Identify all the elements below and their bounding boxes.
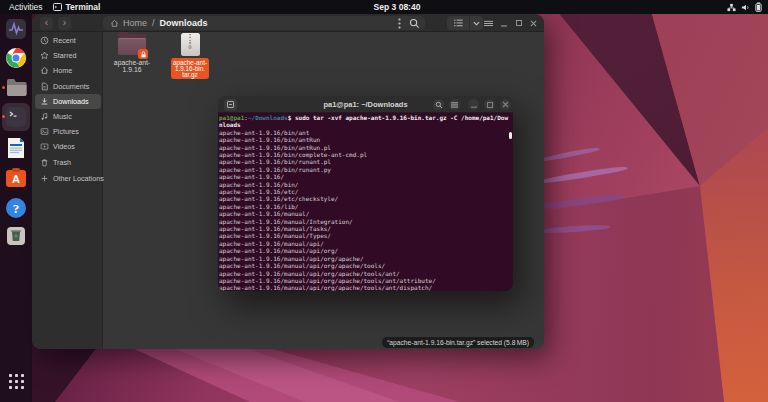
path-options-button[interactable]	[398, 16, 401, 30]
sidebar-item-other-locations[interactable]: Other Locations	[35, 171, 101, 186]
minimize-icon	[471, 102, 477, 108]
system-tray[interactable]	[727, 2, 762, 12]
wallpaper-grass-blade	[536, 164, 628, 186]
help-icon: ?	[4, 196, 28, 220]
back-button[interactable]: ‹	[40, 17, 53, 30]
path-bar[interactable]: Home / Downloads	[103, 16, 425, 30]
sidebar-item-music[interactable]: Music	[35, 109, 101, 124]
dock-item-libreoffice-writer[interactable]	[4, 136, 28, 160]
videos-icon	[40, 142, 49, 151]
sidebar-item-pictures[interactable]: Pictures	[35, 124, 101, 139]
forward-button[interactable]: ›	[58, 17, 71, 30]
close-icon	[530, 20, 537, 27]
list-view-icon	[454, 19, 463, 27]
terminal-wrapped-command: nloads	[219, 121, 513, 128]
terminal-icon	[4, 105, 28, 129]
window-menu-button[interactable]	[480, 16, 496, 30]
maximize-icon	[516, 20, 522, 26]
terminal-window: pa1@pa1: ~/Downloads pa1@pa1:~/Downloads…	[218, 96, 513, 291]
trash-icon	[4, 224, 28, 248]
view-toggle-button[interactable]	[447, 16, 469, 30]
breadcrumb-separator: /	[152, 18, 155, 28]
kebab-menu-icon	[398, 18, 401, 29]
activities-button[interactable]: Activities	[9, 2, 43, 12]
music-icon	[40, 112, 49, 121]
home-icon	[40, 66, 49, 75]
maximize-button[interactable]	[513, 18, 524, 29]
files-sidebar: Recent Starred Home Documents Downloads …	[32, 32, 103, 349]
battery-icon	[755, 2, 762, 12]
sidebar-item-trash[interactable]: Trash	[35, 155, 101, 170]
terminal-menu-button[interactable]	[449, 99, 460, 110]
sidebar-item-downloads[interactable]: Downloads	[35, 94, 101, 109]
search-button[interactable]	[409, 18, 420, 29]
breadcrumb-current[interactable]: Downloads	[160, 18, 208, 28]
minimize-icon	[501, 20, 507, 27]
dock-item-files[interactable]	[4, 76, 28, 100]
terminal-headerbar[interactable]: pa1@pa1: ~/Downloads	[218, 96, 513, 113]
terminal-output-lines: apache-ant-1.9.16/bin/antapache-ant-1.9.…	[219, 129, 513, 136]
archive-icon	[181, 33, 200, 56]
terminal-search-button[interactable]	[433, 99, 444, 110]
system-monitor-icon	[4, 17, 28, 41]
sidebar-item-starred[interactable]: Starred	[35, 48, 101, 63]
dock: A ?	[0, 14, 32, 402]
dock-item-ubuntu-software[interactable]: A	[4, 166, 28, 190]
minimize-button[interactable]	[498, 18, 509, 29]
svg-text:?: ?	[13, 201, 20, 216]
search-icon	[435, 101, 443, 109]
hamburger-menu-icon	[484, 20, 493, 27]
desktop: Activities Terminal Sep 3 08:40	[0, 0, 768, 402]
lock-emblem-icon	[138, 49, 148, 59]
libreoffice-writer-icon	[4, 136, 28, 160]
focused-app-menu[interactable]: Terminal	[53, 2, 101, 12]
file-label-selected: apache-ant- 1.9.16-bin. tar.gz	[171, 58, 209, 79]
dock-item-trash[interactable]	[4, 224, 28, 248]
close-icon	[502, 101, 509, 108]
terminal-app-icon	[53, 3, 62, 11]
maximize-icon	[487, 102, 493, 108]
terminal-close-button[interactable]	[500, 99, 511, 110]
star-icon	[40, 51, 49, 60]
top-bar: Activities Terminal Sep 3 08:40	[0, 0, 768, 14]
terminal-prompt-line: pa1@pa1:~/Downloads$ sudo tar -xvf apach…	[219, 114, 513, 121]
svg-text:A: A	[12, 173, 20, 185]
downloads-icon	[40, 97, 49, 106]
sidebar-item-home[interactable]: Home	[35, 63, 101, 78]
volume-icon	[741, 3, 750, 12]
dock-item-terminal[interactable]	[4, 105, 28, 129]
dock-item-system-monitor[interactable]	[4, 17, 28, 41]
show-applications-button[interactable]	[9, 374, 24, 389]
recent-icon	[40, 36, 49, 45]
pictures-icon	[40, 127, 49, 136]
terminal-output[interactable]: pa1@pa1:~/Downloads$ sudo tar -xvf apach…	[218, 113, 513, 291]
files-icon	[4, 76, 28, 100]
plus-icon	[40, 174, 49, 183]
close-button[interactable]	[528, 18, 539, 29]
folder-icon	[118, 34, 146, 57]
forward-chevron-icon: ›	[63, 17, 66, 28]
files-headerbar: ‹ › Home / Downloads	[32, 14, 544, 32]
document-icon	[40, 82, 49, 91]
wallpaper-grass-blade	[538, 146, 600, 164]
file-item-folder[interactable]: apache-ant- 1.9.16	[104, 33, 160, 74]
terminal-maximize-button[interactable]	[484, 99, 495, 110]
chrome-icon	[4, 46, 28, 70]
breadcrumb-home[interactable]: Home	[123, 18, 147, 28]
ubuntu-software-icon: A	[4, 166, 28, 190]
running-indicator	[2, 86, 5, 89]
dock-item-help[interactable]: ?	[4, 196, 28, 220]
clock[interactable]: Sep 3 08:40	[374, 2, 421, 12]
back-chevron-icon: ‹	[45, 17, 48, 28]
terminal-scrollbar[interactable]	[509, 132, 512, 139]
sidebar-item-recent[interactable]: Recent	[35, 33, 101, 48]
file-item-archive-selected[interactable]: apache-ant- 1.9.16-bin. tar.gz	[162, 33, 218, 81]
trash-icon	[40, 158, 49, 167]
network-icon	[727, 3, 736, 12]
file-label: apache-ant- 1.9.16	[104, 59, 160, 74]
sidebar-item-videos[interactable]: Videos	[35, 139, 101, 154]
status-bar: “apache-ant-1.9.16-bin.tar.gz” selected …	[382, 337, 534, 348]
terminal-minimize-button[interactable]	[468, 99, 479, 110]
sidebar-item-documents[interactable]: Documents	[35, 79, 101, 94]
dock-item-chrome[interactable]	[4, 46, 28, 70]
